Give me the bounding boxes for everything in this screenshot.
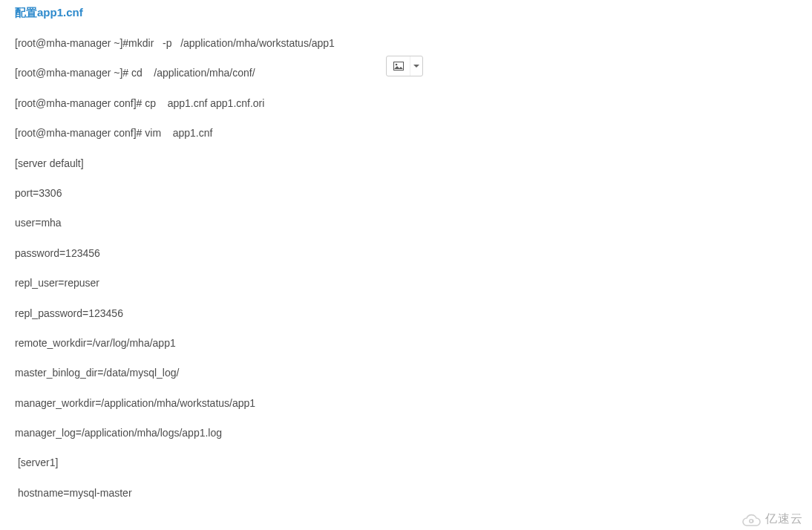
code-line: repl_password=123456: [15, 305, 797, 321]
code-line: port=3306: [15, 185, 797, 201]
code-line: [server1]: [15, 454, 797, 471]
code-line: hostname=mysql-master: [15, 485, 797, 501]
code-line: remote_workdir=/var/log/mha/app1: [15, 335, 797, 351]
cloud-icon: [741, 512, 761, 527]
image-icon: [387, 56, 410, 76]
code-line: [server default]: [15, 155, 797, 171]
code-line: repl_user=repuser: [15, 275, 797, 291]
code-line: [root@mha-manager ~]#mkdir -p /applicati…: [15, 35, 797, 51]
svg-point-1: [395, 64, 397, 66]
code-line: [root@mha-manager conf]# vim app1.cnf: [15, 125, 797, 141]
code-line: user=mha: [15, 215, 797, 231]
watermark: 亿速云: [741, 511, 803, 527]
watermark-text: 亿速云: [765, 511, 803, 527]
image-dropdown-button[interactable]: [386, 56, 423, 76]
document-content: 配置app1.cnf [root@mha-manager ~]#mkdir -p…: [0, 0, 812, 529]
code-line: [root@mha-manager conf]# cp app1.cnf app…: [15, 95, 797, 111]
code-line: password=123456: [15, 245, 797, 261]
code-line: master_binlog_dir=/data/mysql_log/: [15, 364, 797, 381]
section-heading: 配置app1.cnf: [15, 6, 797, 20]
code-line: manager_log=/application/mha/logs/app1.l…: [15, 425, 797, 441]
code-line: manager_workdir=/application/mha/worksta…: [15, 395, 797, 411]
chevron-down-icon: [410, 56, 422, 76]
